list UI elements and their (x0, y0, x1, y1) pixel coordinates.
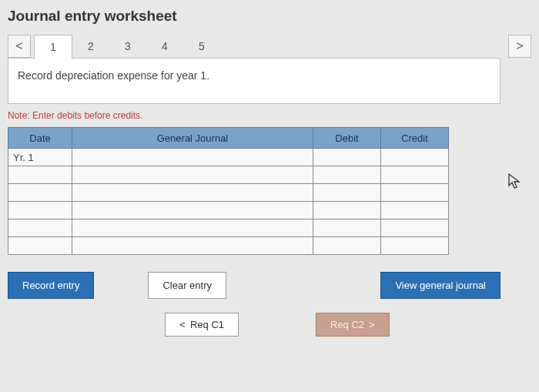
chevron-right-icon: > (369, 319, 375, 330)
cell-gj[interactable] (72, 149, 313, 166)
table-row (8, 237, 449, 255)
cell-debit[interactable] (313, 149, 381, 166)
next-tab-button[interactable]: > (508, 35, 531, 58)
prev-tab-button[interactable]: < (8, 35, 31, 58)
cell-credit[interactable] (381, 166, 449, 184)
note-text: Note: Enter debits before credits. (8, 110, 531, 121)
table-row: Yr. 1 (8, 149, 449, 166)
cell-credit[interactable] (381, 237, 449, 255)
cell-date[interactable] (8, 166, 72, 184)
table-row (8, 184, 449, 202)
cell-gj[interactable] (72, 237, 313, 255)
cursor-icon (508, 173, 522, 194)
tab-2[interactable]: 2 (72, 35, 109, 58)
cell-debit[interactable] (313, 219, 381, 237)
journal-table: Date General Journal Debit Credit Yr. 1 (8, 127, 449, 255)
cell-gj[interactable] (72, 184, 313, 202)
clear-entry-button[interactable]: Clear entry (148, 272, 226, 299)
table-row (8, 219, 449, 237)
req-prev-label: Req C1 (190, 319, 224, 330)
table-header-row: Date General Journal Debit Credit (8, 128, 449, 149)
cell-credit[interactable] (381, 202, 449, 219)
cell-debit[interactable] (313, 202, 381, 219)
req-next-label: Req C2 (330, 319, 364, 330)
view-general-journal-button[interactable]: View general journal (380, 272, 500, 299)
cell-credit[interactable] (381, 184, 449, 202)
cell-gj[interactable] (72, 202, 313, 219)
header-date: Date (8, 128, 72, 149)
record-entry-button[interactable]: Record entry (8, 272, 94, 299)
cell-credit[interactable] (381, 219, 449, 237)
req-next-button[interactable]: Req C2 > (316, 313, 390, 337)
cell-date[interactable] (8, 184, 72, 202)
tabs-row: < 1 2 3 4 5 > (8, 34, 531, 58)
header-general-journal: General Journal (72, 128, 313, 149)
cell-gj[interactable] (72, 166, 313, 184)
instruction-bar: Record depreciation expense for year 1. (8, 58, 500, 104)
cell-debit[interactable] (313, 184, 381, 202)
cell-date[interactable] (8, 219, 72, 237)
tab-4[interactable]: 4 (146, 35, 183, 58)
cell-date[interactable] (8, 202, 72, 219)
footer-row: < Req C1 Req C2 > (8, 313, 500, 337)
tab-5[interactable]: 5 (183, 35, 220, 58)
cell-gj[interactable] (72, 219, 313, 237)
cell-date[interactable] (8, 237, 72, 255)
table-row (8, 166, 449, 184)
table-row (8, 202, 449, 219)
cell-credit[interactable] (381, 149, 449, 166)
button-row: Record entry Clear entry View general jo… (8, 272, 500, 299)
tab-3[interactable]: 3 (109, 35, 146, 58)
header-credit: Credit (381, 128, 449, 149)
cell-date[interactable]: Yr. 1 (8, 149, 72, 166)
page-title: Journal entry worksheet (8, 8, 531, 25)
cell-debit[interactable] (313, 166, 381, 184)
req-prev-button[interactable]: < Req C1 (165, 313, 239, 337)
header-debit: Debit (313, 128, 381, 149)
cell-debit[interactable] (313, 237, 381, 255)
tab-1[interactable]: 1 (34, 35, 72, 59)
chevron-left-icon: < (179, 319, 186, 330)
